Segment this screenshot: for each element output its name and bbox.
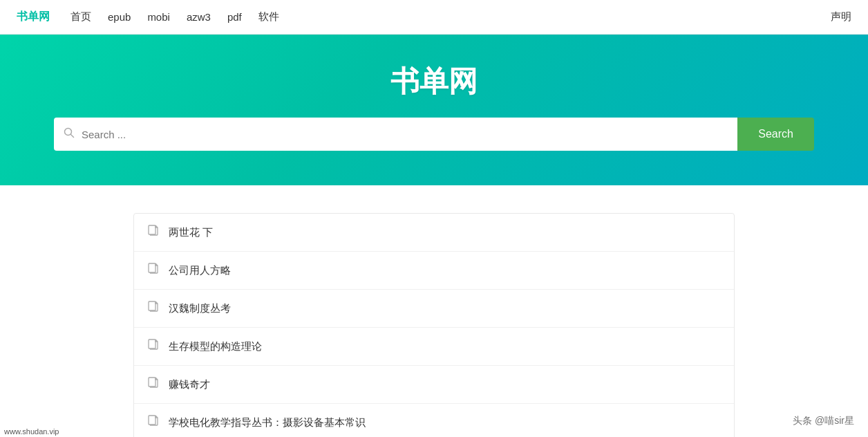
svg-rect-2 [149, 225, 155, 234]
file-icon [148, 415, 159, 430]
nav-brand[interactable]: 书单网 [17, 10, 50, 24]
svg-line-1 [71, 135, 74, 138]
search-input[interactable] [82, 129, 728, 140]
nav-item-epub[interactable]: epub [108, 11, 131, 23]
nav-items: 首页 epub mobi azw3 pdf 软件 [70, 10, 831, 24]
list-item[interactable]: 学校电化教学指导丛书：摄影设备基本常识 [134, 404, 734, 437]
file-icon [148, 377, 159, 392]
nav-item-software[interactable]: 软件 [258, 10, 279, 24]
book-title: 学校电化教学指导丛书：摄影设备基本常识 [169, 416, 366, 429]
top-navigation: 书单网 首页 epub mobi azw3 pdf 软件 声明 [0, 0, 868, 35]
file-icon [148, 339, 159, 354]
hero-title: 书单网 [17, 62, 851, 101]
svg-rect-4 [149, 301, 155, 310]
search-icon [64, 127, 75, 141]
file-icon [148, 301, 159, 316]
url-bar: www.shudan.vip [0, 426, 64, 437]
book-title: 汉魏制度丛考 [169, 302, 231, 315]
search-button[interactable]: Search [737, 118, 814, 151]
book-title: 赚钱奇才 [169, 378, 210, 391]
book-list-container: 两世花 下 公司用人方略 汉魏制度丛考 [133, 213, 735, 437]
file-icon [148, 225, 159, 240]
search-input-wrapper [54, 118, 737, 151]
book-title: 生存模型的构造理论 [169, 340, 262, 353]
list-item[interactable]: 生存模型的构造理论 [134, 328, 734, 366]
svg-rect-3 [149, 263, 155, 272]
nav-item-pdf[interactable]: pdf [227, 11, 242, 23]
list-item[interactable]: 公司用人方略 [134, 252, 734, 290]
list-item[interactable]: 赚钱奇才 [134, 366, 734, 404]
book-title: 两世花 下 [169, 226, 213, 239]
nav-item-home[interactable]: 首页 [70, 10, 91, 24]
file-icon [148, 263, 159, 278]
list-item[interactable]: 汉魏制度丛考 [134, 290, 734, 328]
list-item[interactable]: 两世花 下 [134, 214, 734, 252]
svg-rect-6 [149, 378, 155, 387]
nav-item-mobi[interactable]: mobi [147, 11, 170, 23]
nav-item-azw3[interactable]: azw3 [187, 11, 211, 23]
svg-rect-5 [149, 340, 155, 348]
search-bar: Search [54, 118, 814, 151]
book-title: 公司用人方略 [169, 264, 231, 277]
nav-declaration-link[interactable]: 声明 [831, 10, 851, 24]
hero-banner: 书单网 Search [0, 35, 868, 185]
main-content: 两世花 下 公司用人方略 汉魏制度丛考 [0, 185, 868, 437]
svg-rect-7 [149, 416, 155, 425]
